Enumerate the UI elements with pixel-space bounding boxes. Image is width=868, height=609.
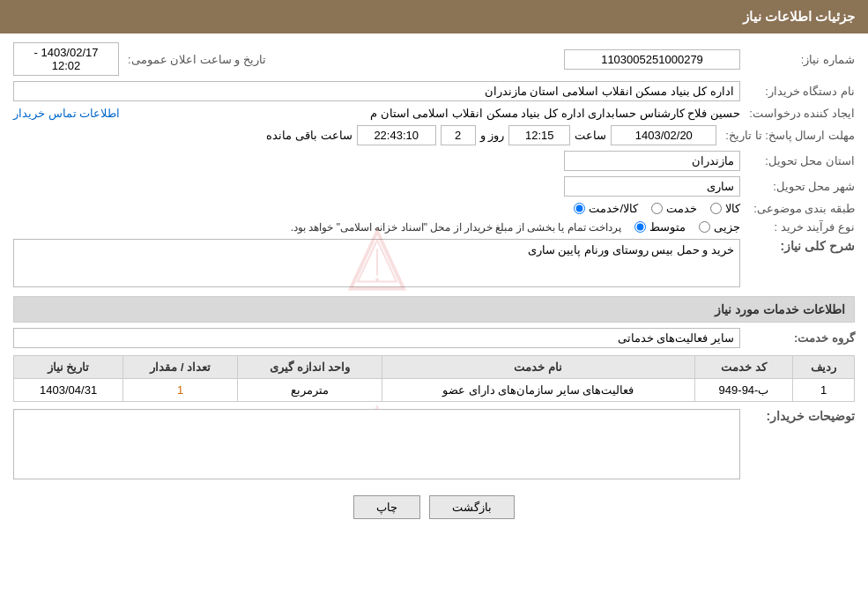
category-kala-radio[interactable]: [710, 203, 722, 214]
remaining-time-value: 22:43:10: [357, 125, 436, 145]
col-header-date: تاریخ نیاز: [14, 356, 123, 379]
buyer-desc-label: توضیحات خریدار:: [740, 409, 855, 423]
category-both-radio[interactable]: [574, 203, 585, 214]
buyer-org-label: نام دستگاه خریدار:: [740, 85, 855, 98]
description-value: خرید و حمل بیس روستای ورنام پایین ساری: [528, 243, 734, 256]
category-option-kala[interactable]: کالا: [710, 202, 740, 215]
content-area: شماره نیاز: 1103005251000279 تاریخ و ساع…: [0, 33, 868, 541]
cell-unit: مترمربع: [238, 379, 382, 402]
page-wrapper: جزئیات اطلاعات نیاز شماره نیاز: 11030052…: [0, 0, 868, 609]
services-table: ردیف کد خدمت نام خدمت واحد اندازه گیری ت…: [13, 355, 855, 402]
purchase-jozi-label: جزیی: [714, 220, 740, 234]
category-kala-label: کالا: [725, 202, 740, 215]
announce-datetime-value: 1403/02/17 - 12:02: [13, 42, 119, 76]
delivery-city-label: شهر محل تحویل:: [740, 180, 855, 193]
contact-info-link[interactable]: اطلاعات تماس خریدار: [13, 107, 124, 120]
delivery-city-row: شهر محل تحویل: ساری: [13, 176, 855, 197]
table-header-row: ردیف کد خدمت نام خدمت واحد اندازه گیری ت…: [14, 356, 855, 379]
services-section-label: اطلاعات خدمات مورد نیاز: [715, 302, 845, 316]
reply-days-value: 2: [441, 125, 476, 145]
description-box: خرید و حمل بیس روستای ورنام پایین ساری: [13, 239, 740, 287]
buyer-desc-container: [13, 409, 740, 482]
category-row: طبقه بندی موضوعی: کالا خدمت کالا/خدمت: [13, 202, 855, 215]
col-header-row: ردیف: [793, 356, 855, 379]
svg-marker-1: [358, 240, 397, 281]
requester-row: ایجاد کننده درخواست: حسین فلاح کارشناس ح…: [13, 107, 855, 120]
purchase-jozi-radio[interactable]: [699, 221, 710, 233]
purchase-type-motavasset[interactable]: متوسط: [634, 220, 686, 234]
col-header-service-code: کد خدمت: [694, 356, 793, 379]
reply-time-label: ساعت: [570, 129, 611, 142]
svg-marker-0: [351, 231, 404, 288]
back-button[interactable]: بازگشت: [429, 495, 515, 519]
cell-service-name: فعالیت‌های سایر سازمان‌های دارای عضو: [382, 379, 694, 402]
col-header-qty: تعداد / مقدار: [123, 356, 238, 379]
purchase-motavasset-radio[interactable]: [634, 221, 646, 233]
buyer-desc-section: توضیحات خریدار:: [13, 409, 855, 482]
reply-deadline-row: مهلت ارسال پاسخ: تا تاریخ: 1403/02/20 سا…: [13, 125, 855, 145]
category-radio-group: کالا خدمت کالا/خدمت: [574, 202, 740, 215]
print-button[interactable]: چاپ: [353, 495, 420, 519]
col-header-service-name: نام خدمت: [382, 356, 694, 379]
announce-datetime-label: تاریخ و ساعت اعلان عمومی:: [119, 53, 275, 66]
requester-label: ایجاد کننده درخواست:: [740, 107, 855, 120]
reply-time-value: 12:15: [508, 125, 570, 145]
need-number-value: 1103005251000279: [564, 49, 740, 70]
buyer-org-row: نام دستگاه خریدار: اداره کل بنیاد مسکن ا…: [13, 81, 855, 101]
remaining-label: ساعت باقی مانده: [262, 129, 356, 142]
description-section: شرح کلی نیاز: خرید و حمل بیس روستای ورنا…: [13, 239, 855, 287]
purchase-type-jozi[interactable]: جزیی: [699, 220, 740, 234]
buyer-desc-textarea[interactable]: [13, 409, 740, 479]
col-header-unit: واحد اندازه گیری: [238, 356, 382, 379]
service-group-label: گروه خدمت:: [740, 331, 855, 345]
reply-deadline-label: مهلت ارسال پاسخ: تا تاریخ:: [716, 129, 855, 142]
category-option-both[interactable]: کالا/خدمت: [574, 202, 638, 215]
reply-date-value: 1403/02/20: [611, 125, 716, 145]
purchase-type-radio-group: جزیی متوسط: [634, 220, 740, 234]
need-number-label: شماره نیاز:: [740, 53, 855, 66]
svg-point-3: [375, 278, 379, 281]
services-table-body: 1 ب-94-949 فعالیت‌های سایر سازمان‌های دا…: [14, 379, 855, 402]
delivery-city-value: ساری: [564, 176, 740, 197]
delivery-province-value: مازندران: [564, 151, 740, 171]
buyer-org-value: اداره کل بنیاد مسکن انقلاب اسلامی استان …: [13, 81, 740, 101]
category-khedmat-radio[interactable]: [651, 203, 663, 214]
need-number-row: شماره نیاز: 1103005251000279 تاریخ و ساع…: [13, 42, 855, 76]
category-khedmat-label: خدمت: [666, 202, 697, 215]
delivery-province-label: استان محل تحویل:: [740, 154, 855, 167]
cell-service-code: ب-94-949: [694, 379, 793, 402]
cell-row: 1: [793, 379, 855, 402]
service-group-row: گروه خدمت: سایر فعالیت‌های خدماتی: [13, 328, 855, 348]
cell-qty: 1: [123, 379, 238, 402]
description-label: شرح کلی نیاز:: [740, 239, 855, 253]
button-group: بازگشت چاپ: [13, 495, 855, 519]
delivery-province-row: استان محل تحویل: مازندران: [13, 151, 855, 171]
table-row: 1 ب-94-949 فعالیت‌های سایر سازمان‌های دا…: [14, 379, 855, 402]
service-group-value: سایر فعالیت‌های خدماتی: [13, 328, 740, 348]
reply-day-label: روز و: [476, 129, 509, 142]
requester-value: حسین فلاح کارشناس حسابداری اداره کل بنیا…: [124, 107, 740, 120]
cell-date: 1403/04/31: [14, 379, 123, 402]
category-option-khedmat[interactable]: خدمت: [651, 202, 697, 215]
services-section-header: اطلاعات خدمات مورد نیاز: [13, 296, 855, 323]
watermark-logo: [333, 227, 421, 297]
purchase-type-label: نوع فرآیند خرید :: [740, 220, 855, 234]
purchase-type-row: نوع فرآیند خرید : جزیی متوسط پرداخت تمام…: [13, 220, 855, 234]
purchase-motavasset-label: متوسط: [649, 220, 686, 234]
page-title: جزئیات اطلاعات نیاز: [743, 9, 855, 24]
page-header: جزئیات اطلاعات نیاز: [0, 0, 868, 33]
purchase-type-note: پرداخت تمام یا بخشی از مبلغ خریدار از مح…: [291, 221, 621, 234]
category-label: طبقه بندی موضوعی:: [740, 202, 855, 215]
category-both-label: کالا/خدمت: [589, 202, 638, 215]
